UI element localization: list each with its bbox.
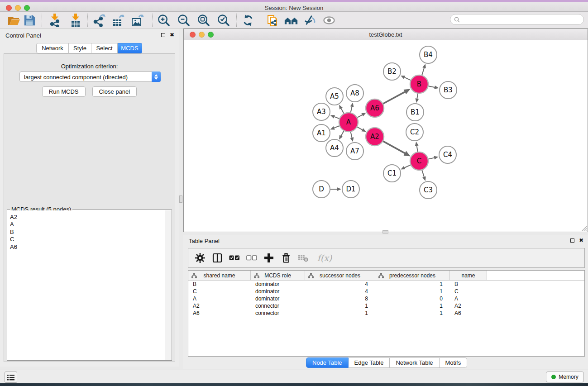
select-all-columns-button[interactable] — [229, 252, 240, 264]
graph-edge-A2-C[interactable] — [383, 141, 405, 153]
network-canvas[interactable]: B4B2BB3A8A5A6B1A3AC2A1A2A4A7C4CC1C3DD1 — [184, 40, 588, 232]
duplicate-network-button[interactable] — [265, 13, 281, 28]
graph-edge-A-A4[interactable] — [341, 130, 344, 136]
run-mcds-button[interactable]: Run MCDS — [42, 86, 86, 97]
zoom-selected-button[interactable] — [215, 13, 231, 28]
tab-select[interactable]: Select — [91, 43, 118, 53]
create-column-button[interactable] — [263, 252, 274, 264]
save-session-button[interactable] — [21, 13, 38, 28]
graph-edge-C-C3[interactable] — [422, 170, 424, 177]
search-input[interactable] — [462, 15, 580, 24]
export-image-button[interactable] — [129, 13, 145, 28]
unselect-all-columns-button[interactable] — [246, 252, 257, 264]
float-panel-icon[interactable] — [570, 238, 574, 243]
toolbar-separator — [87, 14, 88, 27]
result-scrollbar[interactable] — [165, 210, 171, 360]
column-header-successor-nodes[interactable]: successor nodes — [305, 271, 375, 280]
refresh-icon — [242, 14, 254, 27]
graph-edge-C-C2[interactable] — [417, 146, 418, 152]
graph-edge-B-B1[interactable] — [417, 93, 418, 99]
gear-icon — [195, 253, 205, 263]
tab-network[interactable]: Network — [36, 43, 69, 53]
graph-edge-A-A5[interactable] — [341, 109, 344, 114]
graph-node-label-B: B — [417, 80, 421, 88]
graph-edge-arrowhead — [337, 187, 342, 191]
network-graph[interactable]: B4B2BB3A8A5A6B1A3AC2A1A2A4A7C4CC1C3DD1 — [184, 40, 588, 232]
list-item[interactable]: A2 — [10, 214, 164, 221]
graph-edge-B-B2[interactable] — [405, 77, 411, 81]
tab-network-table[interactable]: Network Table — [390, 357, 439, 368]
list-item[interactable]: A — [10, 221, 164, 228]
open-session-button[interactable] — [6, 13, 22, 28]
control-panel: Control Panel ✖ Network Style Select MCD… — [0, 29, 179, 367]
table-row[interactable]: C dominator 4 1 C — [188, 288, 584, 295]
graph-node-label-B3: B3 — [444, 86, 453, 94]
close-panel-icon[interactable]: ✖ — [170, 33, 174, 38]
close-panel-icon[interactable]: ✖ — [579, 238, 583, 243]
graph-edge-A6-B[interactable] — [383, 92, 405, 104]
column-header-mcds-role[interactable]: MCDS role — [251, 271, 305, 280]
mcds-result-list: A2 A B C A6 — [8, 210, 164, 360]
list-item[interactable]: C — [10, 236, 164, 243]
import-table-button[interactable] — [67, 13, 84, 28]
delete-table-button[interactable] — [298, 252, 309, 264]
list-item[interactable]: A6 — [10, 243, 164, 251]
table-settings-button[interactable] — [195, 252, 206, 264]
export-network-button[interactable] — [91, 13, 107, 28]
close-panel-button[interactable]: Close panel — [92, 86, 137, 97]
table-row[interactable]: A2 connector 1 1 A2 — [188, 302, 584, 310]
unchecked-boxes-icon — [246, 255, 257, 261]
show-all-panels-button[interactable] — [283, 13, 299, 28]
graph-edge-A-A2[interactable] — [357, 127, 362, 130]
graph-edge-A-A8[interactable] — [350, 107, 352, 113]
optimization-criterion-dropdown[interactable]: largest connected component (directed) — [19, 71, 161, 82]
graph-node-label-A6: A6 — [370, 104, 379, 112]
graph-node-label-A1: A1 — [317, 129, 326, 137]
import-network-button[interactable] — [47, 13, 63, 28]
apply-layout-button[interactable] — [240, 13, 256, 28]
show-column-button[interactable] — [212, 252, 223, 264]
eye-icon — [322, 15, 336, 26]
list-item[interactable]: B — [10, 229, 164, 236]
column-header-predecessor-nodes[interactable]: predecessor nodes — [375, 271, 450, 280]
zoom-in-button[interactable] — [155, 13, 172, 28]
tab-node-table[interactable]: Node Table — [306, 357, 349, 368]
vertical-splitter-handle[interactable] — [179, 195, 182, 203]
memory-label: Memory — [559, 374, 578, 380]
export-table-button[interactable] — [110, 13, 126, 28]
hide-graphics-details-button[interactable] — [302, 13, 318, 28]
horizontal-splitter-handle[interactable] — [382, 230, 388, 234]
memory-button[interactable]: Memory — [546, 372, 584, 382]
table-row[interactable]: A dominator 8 0 A — [188, 295, 584, 302]
graph-node-label-C1: C1 — [387, 169, 397, 177]
column-header-shared-name[interactable]: shared name — [188, 271, 251, 280]
tab-mcds[interactable]: MCDS — [118, 43, 142, 53]
table-row[interactable]: B dominator 4 1 B — [188, 281, 584, 288]
zoom-out-button[interactable] — [175, 13, 191, 28]
duplicate-documents-icon — [266, 14, 280, 27]
show-graphics-details-button[interactable] — [321, 13, 337, 28]
table-row[interactable]: A6 connector 1 1 A6 — [188, 310, 584, 317]
network-window-titlebar[interactable]: testGlobe.txt — [184, 29, 588, 40]
graph-edge-A-A6[interactable] — [357, 115, 363, 118]
float-panel-icon[interactable] — [161, 33, 165, 37]
graph-edge-A-A7[interactable] — [350, 132, 352, 138]
delete-columns-button[interactable] — [281, 252, 292, 264]
graph-edge-C-C4[interactable] — [428, 158, 435, 159]
graph-edge-B-B3[interactable] — [428, 86, 435, 87]
tab-style[interactable]: Style — [69, 43, 91, 53]
window-title: Session: New Session — [0, 5, 588, 11]
zoom-fit-button[interactable] — [195, 13, 211, 28]
function-builder-button[interactable]: f(x) — [315, 252, 334, 264]
tab-motifs[interactable]: Motifs — [440, 357, 468, 368]
column-header-name[interactable]: name — [450, 271, 487, 280]
attribute-tree-icon — [308, 273, 314, 278]
tab-edge-table[interactable]: Edge Table — [349, 357, 390, 368]
graph-edge-A-A3[interactable] — [334, 117, 339, 119]
graph-edge-A-A1[interactable] — [334, 126, 339, 128]
show-task-history-button[interactable] — [5, 372, 17, 383]
attribute-tree-icon — [254, 273, 259, 278]
graph-edge-B-B4[interactable] — [422, 68, 424, 76]
graph-edge-C-C1[interactable] — [405, 165, 411, 167]
resize-grip-icon[interactable] — [581, 225, 587, 231]
